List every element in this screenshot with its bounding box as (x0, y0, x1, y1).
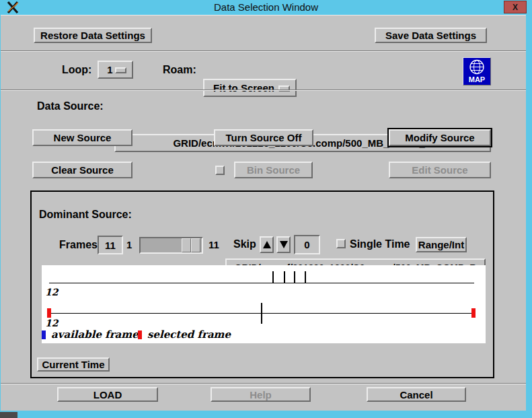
timeline-center-tick (261, 303, 262, 324)
frames-count-field[interactable]: 11 (98, 236, 123, 254)
separator (1, 50, 526, 52)
roam-label: Roam: (163, 64, 196, 76)
current-time-button[interactable]: Current Time (37, 357, 110, 372)
down-arrow-icon (280, 241, 288, 248)
load-button[interactable]: LOAD (57, 387, 158, 402)
title-bar[interactable]: Data Selection Window X (0, 0, 532, 15)
window-corner (0, 412, 17, 418)
loop-dropdown[interactable]: 1 (98, 61, 133, 79)
skip-value-field[interactable]: 0 (294, 235, 320, 254)
bin-source-checkbox[interactable] (215, 166, 225, 175)
selected-frame-swatch (138, 330, 142, 339)
edit-source-button[interactable]: Edit Source (389, 162, 491, 178)
timeline-available-tick (272, 271, 274, 283)
close-button[interactable]: X (504, 1, 527, 13)
loop-label: Loop: (62, 64, 91, 76)
timeline-selected-marker (47, 308, 51, 318)
separator (1, 383, 526, 384)
available-frame-swatch (42, 330, 46, 339)
frames-label: Frames (59, 239, 98, 251)
window-title: Data Selection Window (0, 1, 532, 13)
frames-slider-thumb[interactable] (182, 238, 191, 252)
frames-slider[interactable] (139, 237, 203, 254)
timeline-available-tick (294, 271, 295, 283)
restore-data-settings-button[interactable]: Restore Data Settings (34, 28, 152, 43)
data-source-label: Data Source: (37, 100, 104, 112)
dominant-source-label: Dominant Source: (39, 209, 132, 221)
clear-source-button[interactable]: Clear Source (32, 162, 132, 178)
timeline-start-time-top: 12 (45, 287, 58, 298)
roam-value: Fit to Screen (213, 82, 274, 94)
single-time-checkbox[interactable] (336, 239, 346, 248)
skip-increase-button[interactable] (260, 236, 274, 253)
map-globe-icon: MAP (463, 57, 491, 85)
timeline-selected-marker (471, 308, 476, 318)
skip-decrease-button[interactable] (276, 236, 291, 253)
modify-source-button[interactable]: Modify Source (389, 129, 491, 146)
timeline-top-line (49, 283, 474, 283)
timeline-start-time-bottom: 12 (45, 318, 58, 328)
frames-slider-thumb[interactable] (191, 238, 200, 252)
new-source-button[interactable]: New Source (32, 129, 132, 146)
svg-text:MAP: MAP (469, 75, 485, 83)
bin-source-button[interactable]: Bin Source (234, 162, 313, 178)
up-arrow-icon (263, 241, 271, 248)
single-time-label: Single Time (350, 238, 410, 250)
timeline-available-tick (305, 271, 306, 283)
slider-min-label: 1 (126, 239, 132, 250)
separator (1, 90, 526, 91)
slider-max-label: 11 (208, 239, 219, 250)
option-menu-indicator-icon (115, 67, 126, 73)
skip-label: Skip (233, 238, 256, 250)
save-data-settings-button[interactable]: Save Data Settings (375, 28, 487, 43)
available-frame-label: available frame (51, 328, 139, 341)
range-int-button[interactable]: Range/Int (416, 237, 467, 252)
roam-dropdown[interactable]: Fit to Screen (203, 79, 297, 97)
turn-source-off-button[interactable]: Turn Source Off (214, 129, 313, 146)
selected-frame-label: selected frame (147, 328, 231, 341)
timeline-available-tick (284, 271, 285, 283)
help-button[interactable]: Help (211, 387, 311, 402)
cancel-button[interactable]: Cancel (367, 387, 466, 402)
loop-value: 1 (107, 64, 112, 75)
timeline-canvas[interactable]: 12 12 available frame selected frame (42, 265, 486, 343)
data-selection-window: Data Selection Window X Restore Data Set… (0, 0, 532, 418)
